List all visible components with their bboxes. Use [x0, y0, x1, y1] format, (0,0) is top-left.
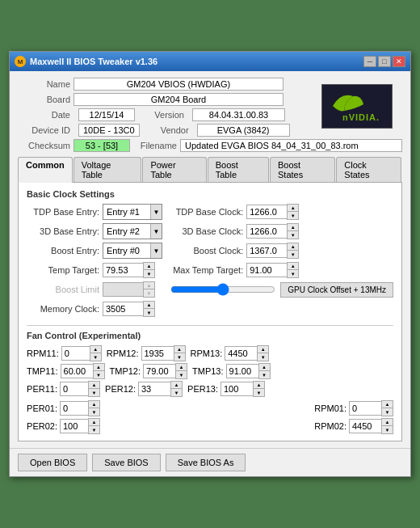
gpu-offset-button[interactable]: GPU Clock Offset + 13MHz: [280, 282, 393, 298]
name-value: GM204 VBIOS (HWDIAG): [74, 78, 284, 91]
max-temp-target-up[interactable]: ▲: [288, 263, 298, 270]
per01-input[interactable]: [60, 401, 88, 416]
per11-input[interactable]: [60, 382, 88, 396]
header-section: Name GM204 VBIOS (HWDIAG) nVIDIA. Bo: [18, 78, 402, 152]
rpm02-input[interactable]: [349, 419, 381, 433]
rpm12-down[interactable]: ▼: [174, 353, 185, 361]
per13-up[interactable]: ▲: [254, 382, 264, 389]
tdp-base-entry-select[interactable]: Entry #1 ▼: [103, 204, 162, 220]
memory-clock-spinner: ▲ ▼: [143, 301, 155, 317]
rpm12-up[interactable]: ▲: [174, 346, 185, 353]
max-temp-target-label: Max Temp Target:: [170, 265, 243, 275]
open-bios-button[interactable]: Open BIOS: [18, 454, 87, 471]
rpm13-up[interactable]: ▲: [258, 346, 268, 353]
per13-spinner: ▲ ▼: [253, 381, 265, 397]
rpm01-up[interactable]: ▲: [382, 401, 393, 408]
temp-target-down[interactable]: ▼: [144, 270, 154, 277]
tmp12-down[interactable]: ▼: [176, 371, 187, 378]
memory-clock-down[interactable]: ▼: [144, 309, 154, 316]
rpm01-input[interactable]: [349, 401, 381, 416]
tmp13-up[interactable]: ▲: [259, 364, 270, 371]
boost-clock-spinner: ▲ ▼: [287, 243, 299, 259]
boost-entry-select[interactable]: Entry #0 ▼: [103, 243, 162, 259]
memory-clock-up[interactable]: ▲: [144, 302, 154, 309]
boost-clock-down[interactable]: ▼: [288, 251, 298, 258]
per12-input[interactable]: [138, 382, 170, 396]
tmp12-input-wrap: ▲ ▼: [143, 363, 187, 379]
temp-target-up[interactable]: ▲: [144, 263, 154, 270]
tmp-row: TMP11: ▲ ▼ TMP12:: [27, 363, 393, 379]
tab-common[interactable]: Common: [18, 157, 73, 183]
rpm02-up[interactable]: ▲: [382, 419, 393, 426]
temp-target-label: Temp Target:: [27, 265, 99, 275]
minimize-button[interactable]: ─: [363, 56, 376, 67]
tab-clock-states[interactable]: Clock States: [336, 157, 401, 182]
tmp12-input[interactable]: [143, 364, 175, 378]
filename-label: Filename: [130, 141, 177, 150]
rpm13-input[interactable]: [225, 346, 257, 361]
boost-entry-arrow[interactable]: ▼: [150, 243, 162, 258]
rpm11-up[interactable]: ▲: [90, 346, 101, 353]
3d-base-clock-input[interactable]: [246, 224, 287, 239]
3d-base-clock-up[interactable]: ▲: [288, 224, 298, 231]
tmp11-up[interactable]: ▲: [94, 364, 104, 371]
save-bios-button[interactable]: Save BIOS: [92, 454, 160, 471]
rpm01-down[interactable]: ▼: [382, 408, 393, 416]
per11-up[interactable]: ▲: [89, 382, 99, 389]
per02-up[interactable]: ▲: [89, 419, 99, 426]
fan-section: Fan Control (Experimental) RPM11: ▲ ▼: [27, 325, 393, 434]
per01-down[interactable]: ▼: [89, 408, 99, 416]
tmp12-up[interactable]: ▲: [176, 364, 187, 371]
max-temp-target-spinner: ▲ ▼: [287, 262, 299, 278]
3d-base-entry-arrow[interactable]: ▼: [150, 224, 162, 239]
max-temp-target-down[interactable]: ▼: [288, 270, 298, 277]
per01-up[interactable]: ▲: [89, 401, 99, 408]
boost-clock-up[interactable]: ▲: [288, 243, 298, 251]
3d-base-entry-select[interactable]: Entry #2 ▼: [103, 223, 162, 239]
rpm11-input[interactable]: [61, 346, 90, 361]
per13-input[interactable]: [220, 382, 253, 396]
tmp11-input[interactable]: [61, 364, 93, 378]
per11-down[interactable]: ▼: [89, 389, 99, 396]
tab-voltage-table[interactable]: Voltage Table: [74, 157, 142, 182]
boost-clock-input[interactable]: [246, 243, 287, 258]
tmp13-input[interactable]: [226, 364, 258, 378]
tdp-base-clock-down[interactable]: ▼: [288, 212, 298, 219]
boost-clock-input-wrap: ▲ ▼: [246, 243, 299, 259]
memory-clock-input[interactable]: [103, 302, 143, 316]
rpm12-input[interactable]: [141, 346, 174, 361]
per12-down[interactable]: ▼: [171, 389, 182, 396]
per13-down[interactable]: ▼: [254, 389, 264, 396]
boost-limit-input-wrap: ▲ ▼: [103, 281, 155, 298]
boost-slider[interactable]: [170, 283, 275, 296]
rpm13-down[interactable]: ▼: [258, 353, 268, 361]
tmp11-down[interactable]: ▼: [94, 371, 104, 378]
max-temp-target-input[interactable]: [246, 263, 287, 277]
save-bios-as-button[interactable]: Save BIOS As: [166, 454, 246, 471]
content-area: Name GM204 VBIOS (HWDIAG) nVIDIA. Bo: [10, 71, 410, 448]
tab-power-table[interactable]: Power Table: [142, 157, 206, 182]
temp-target-input[interactable]: [103, 263, 143, 277]
tmp13-down[interactable]: ▼: [259, 371, 270, 378]
tdp-base-clock-input[interactable]: [246, 205, 287, 219]
per12-up[interactable]: ▲: [171, 382, 182, 389]
rpm11-input-wrap: ▲ ▼: [61, 345, 102, 361]
tdp-base-clock-up[interactable]: ▲: [288, 205, 298, 212]
rpm02-down[interactable]: ▼: [382, 426, 393, 433]
per02-input[interactable]: [60, 419, 88, 433]
tdp-base-entry-arrow[interactable]: ▼: [150, 205, 162, 219]
slider-gpu-row: GPU Clock Offset + 13MHz: [170, 281, 393, 298]
tab-boost-table[interactable]: Boost Table: [208, 157, 269, 182]
close-button[interactable]: ✕: [393, 56, 405, 67]
tmp11-input-wrap: ▲ ▼: [61, 363, 105, 379]
rpm11-down[interactable]: ▼: [90, 353, 101, 361]
3d-base-clock-down[interactable]: ▼: [288, 231, 298, 239]
maximize-button[interactable]: □: [378, 56, 391, 67]
per02-input-wrap: ▲ ▼: [60, 418, 100, 434]
date-label: Date: [18, 110, 70, 120]
per02-down[interactable]: ▼: [89, 426, 99, 433]
rpm12-cell: RPM12: ▲ ▼: [107, 345, 186, 361]
empty-cell: [170, 301, 393, 319]
tab-boost-states[interactable]: Boost States: [270, 157, 335, 182]
per-left-group: PER01: ▲ ▼ PER02:: [27, 400, 100, 434]
